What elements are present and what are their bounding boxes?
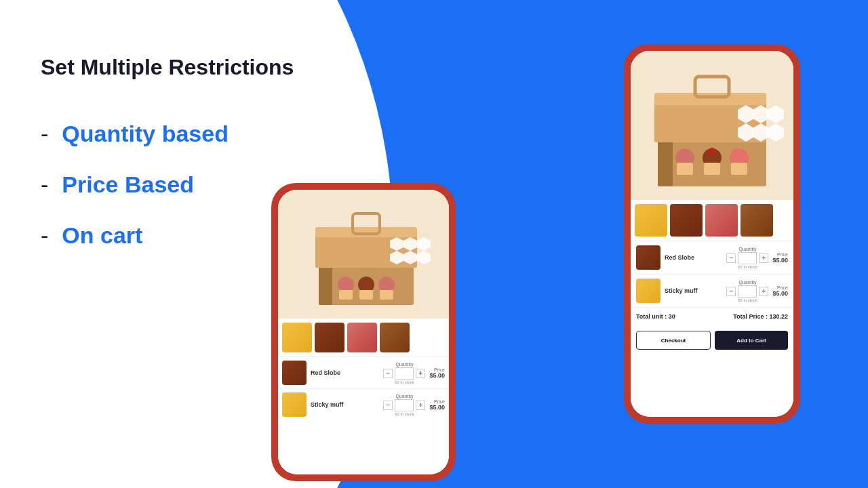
- list-item: - On cart: [41, 222, 366, 249]
- total-bar: Total unit : 30 Total Price : 130.22: [631, 307, 793, 325]
- qty-minus-right-1[interactable]: −: [726, 253, 736, 263]
- thumb-right-2[interactable]: [670, 204, 703, 237]
- product-thumb-right-2: [636, 279, 660, 303]
- box-svg-right: [631, 51, 793, 200]
- price-value-2: $5.00: [429, 404, 445, 411]
- qty-plus-2[interactable]: +: [416, 401, 425, 410]
- price-value-right-2: $5.00: [772, 290, 788, 297]
- restriction-label-quantity: Quantity based: [62, 121, 229, 147]
- svg-rect-22: [654, 93, 766, 105]
- qty-input-right-2[interactable]: [738, 285, 757, 298]
- price-value-1: $5.00: [429, 372, 445, 379]
- button-row: Checkout Add to Cart: [631, 325, 793, 355]
- stock-text-right-1: 62 in stock: [738, 265, 757, 269]
- thumbnail-row-right: [631, 200, 793, 241]
- product-name-right-2: Sticky muff: [665, 287, 722, 294]
- left-content: Set Multiple Restrictions - Quantity bas…: [0, 0, 407, 488]
- thumb-right-1[interactable]: [635, 204, 667, 237]
- thumb-right-4[interactable]: [741, 204, 773, 237]
- checkout-button[interactable]: Checkout: [636, 331, 711, 350]
- qty-input-right-1[interactable]: [738, 252, 757, 264]
- phone-right-inner: Red Slobe Quantity − + 62 in stock Price…: [631, 51, 793, 417]
- qty-plus-right-2[interactable]: +: [759, 287, 768, 296]
- phone-right: Red Slobe Quantity − + 62 in stock Price…: [624, 44, 800, 424]
- price-label-right-2: Price: [777, 285, 788, 290]
- dash-2: -: [41, 171, 48, 198]
- thumb-right-3[interactable]: [705, 204, 738, 237]
- add-to-cart-button[interactable]: Add to Cart: [715, 331, 788, 350]
- qty-row-right-2: − +: [726, 285, 768, 298]
- qty-plus-right-1[interactable]: +: [759, 253, 768, 263]
- phone-right-content: Red Slobe Quantity − + 62 in stock Price…: [631, 51, 793, 417]
- svg-rect-20: [658, 139, 673, 186]
- quantity-ctrl-right-2: Quantity − + 62 in stock: [726, 280, 768, 302]
- product-row-right-1: Red Slobe Quantity − + 62 in stock Price…: [631, 241, 793, 274]
- product-thumb-right-1: [636, 245, 660, 270]
- restriction-list: - Quantity based - Price Based - On cart: [41, 121, 366, 249]
- qty-label-right-1: Quantity: [738, 247, 756, 251]
- svg-point-36: [709, 148, 715, 155]
- product-row-right-2: Sticky muff Quantity − + 62 in stock Pri…: [631, 274, 793, 307]
- price-col-right-1: Price $5.00: [772, 252, 788, 264]
- qty-plus-1[interactable]: +: [416, 369, 425, 378]
- list-item: - Quantity based: [41, 121, 366, 147]
- price-col-2: Price $5.00: [429, 399, 445, 411]
- dash-1: -: [41, 121, 48, 147]
- page-title: Set Multiple Restrictions: [41, 54, 366, 80]
- svg-rect-33: [704, 163, 720, 175]
- svg-rect-35: [731, 163, 747, 175]
- product-image-right: [631, 51, 793, 200]
- total-unit: Total unit : 30: [636, 313, 675, 320]
- quantity-ctrl-right-1: Quantity − + 62 in stock: [726, 247, 768, 269]
- stock-text-right-2: 62 in stock: [738, 298, 757, 302]
- restriction-label-price: Price Based: [62, 171, 194, 198]
- price-col-1: Price $5.00: [429, 367, 445, 379]
- svg-rect-31: [677, 163, 693, 175]
- qty-label-right-2: Quantity: [738, 280, 756, 285]
- qty-row-right-1: − +: [726, 252, 768, 264]
- price-value-right-1: $5.00: [772, 257, 788, 264]
- list-item: - Price Based: [41, 171, 366, 198]
- price-label-2: Price: [434, 399, 445, 404]
- total-price: Total Price : 130.22: [733, 313, 788, 320]
- price-col-right-2: Price $5.00: [772, 285, 788, 297]
- qty-minus-right-2[interactable]: −: [726, 287, 736, 296]
- dash-3: -: [41, 222, 48, 249]
- price-label-right-1: Price: [777, 252, 788, 257]
- restriction-label-cart: On cart: [62, 222, 142, 249]
- product-name-right-1: Red Slobe: [665, 254, 722, 261]
- price-label-1: Price: [434, 367, 445, 372]
